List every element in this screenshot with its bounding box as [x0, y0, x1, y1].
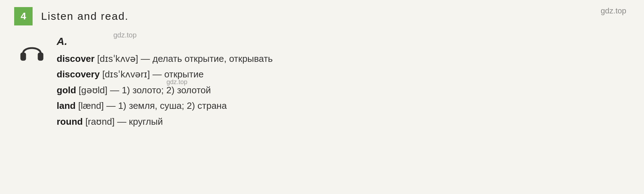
page-container: gdz.top 4 Listen and read. gdz.top A. — [0, 0, 644, 194]
list-item: land [lænd] — 1) земля, суша; 2) страна — [57, 99, 630, 112]
watermark-top-right: gdz.top — [601, 6, 626, 16]
list-item: gold [gəʊld] — 1) золото; 2) золотой — [57, 84, 630, 96]
list-item: discovery [dɪsˈkʌvərɪ] — открытие gdz.to… — [57, 68, 630, 81]
word-text: land — [57, 100, 75, 111]
svg-rect-0 — [21, 53, 26, 61]
exercise-title: Listen and read. — [41, 10, 129, 22]
word-translation: — делать открытие, открывать — [141, 53, 273, 64]
content-area: gdz.top A. discover [dɪsˈkʌvə] — делать … — [14, 35, 630, 128]
exercise-number: 4 — [14, 7, 33, 25]
word-text: discover — [57, 53, 95, 64]
word-text: gold — [57, 85, 76, 95]
word-text: round — [57, 116, 83, 127]
header-row: 4 Listen and read. — [14, 7, 630, 25]
list-item: round [raʊnd] — круглый gdz.top — [57, 115, 630, 128]
word-translation: — 1) золото; 2) золотой — [110, 85, 211, 95]
words-section: gdz.top A. discover [dɪsˈkʌvə] — делать … — [57, 35, 630, 128]
word-transcription: [raʊnd] — [85, 116, 115, 127]
word-translation: — круглый — [117, 116, 163, 127]
word-text: discovery — [57, 69, 100, 80]
word-translation: — 1) земля, суша; 2) страна — [106, 100, 227, 111]
list-item: discover [dɪsˈkʌvə] — делать открытие, о… — [57, 52, 630, 65]
watermark-mid-2: gdz.top — [166, 78, 187, 87]
word-transcription: [lænd] — [78, 100, 104, 111]
word-transcription: [dɪsˈkʌvə] — [97, 53, 138, 64]
word-transcription: [dɪsˈkʌvərɪ] — [102, 69, 150, 80]
headphones-icon — [18, 37, 46, 65]
word-transcription: [gəʊld] — [79, 85, 107, 95]
svg-rect-1 — [38, 53, 44, 61]
word-list: discover [dɪsˈkʌvə] — делать открытие, о… — [57, 52, 630, 128]
section-label: A. — [57, 35, 630, 47]
watermark-mid-1: gdz.top — [113, 31, 137, 39]
